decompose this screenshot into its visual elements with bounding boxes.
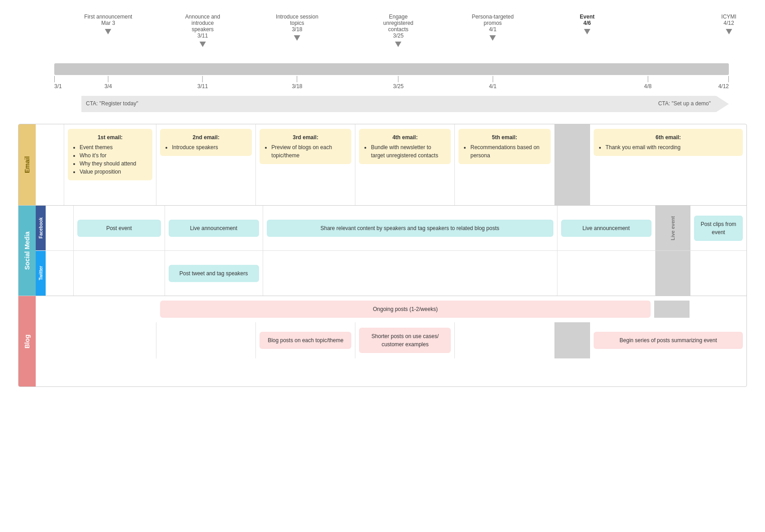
facebook-text: Facebook xyxy=(38,217,43,239)
email-card-2-bullets: Introduce speakers xyxy=(172,143,246,151)
date-4-12: 4/12 xyxy=(718,76,729,89)
tw-live-col xyxy=(656,251,691,296)
date-start: 3/1 xyxy=(54,76,62,89)
blog-live-col xyxy=(654,301,690,318)
social-content-grid: Post event Live announcement Share relev… xyxy=(46,206,746,296)
cta-end-text: CTA: "Set up a demo" xyxy=(658,100,711,107)
timeline-section: First announcementMar 3 Announce andintr… xyxy=(18,9,747,115)
email-card-2-bullet-1: Introduce speakers xyxy=(172,143,246,151)
blog-card-2: Shorter posts on use cases/ customer exa… xyxy=(359,328,451,353)
email-card-1-bullet-4: Value proposition xyxy=(80,168,147,176)
fb-col-1: Post event xyxy=(74,206,165,250)
date-3-4: 3/4 xyxy=(104,76,112,89)
timeline-dates: 3/1 3/4 3/11 3/18 3/25 4/1 4/8 4/12 xyxy=(54,76,729,89)
blog-spacer-7 xyxy=(689,301,746,318)
email-col-7: 6th email: Thank you email with recordin… xyxy=(590,124,746,205)
email-col-4: 4th email: Bundle with newsletter to tar… xyxy=(355,124,455,205)
fb-share-content-card: Share relevant content by speakers and t… xyxy=(267,220,553,237)
twitter-row: Post tweet and tag speakers xyxy=(46,251,746,296)
milestone-4-arrow xyxy=(395,42,401,47)
email-card-2: 2nd email: Introduce speakers xyxy=(160,129,252,156)
date-3-18: 3/18 xyxy=(292,76,302,89)
milestone-3: Introduce sessiontopics3/18 xyxy=(276,14,318,41)
fb-col-5b: Live announcement xyxy=(557,206,656,250)
milestone-7: ICYMI4/12 xyxy=(721,14,736,34)
fb-col-7: Post clips from event xyxy=(690,206,746,250)
email-col-5: 5th email: Recommendations based on pers… xyxy=(455,124,554,205)
email-card-1: 1st email: Event themes Who it's for Why… xyxy=(68,129,152,180)
milestone-3-arrow xyxy=(294,35,300,41)
blog-col-4: Shorter posts on use cases/ customer exa… xyxy=(355,322,455,358)
cta-arrow-shape xyxy=(81,96,729,112)
milestone-1: First announcementMar 3 xyxy=(84,14,132,34)
milestone-4: Engageunregisteredcontacts3/25 xyxy=(383,14,414,47)
email-col-0 xyxy=(36,124,64,205)
cta-start-text: CTA: "Register today" xyxy=(86,100,138,107)
main-grid: Email 1st email: Event themes Who it's f… xyxy=(18,124,747,387)
date-4-1: 4/1 xyxy=(489,76,496,89)
blog-col-3: Blog posts on each topic/theme xyxy=(256,322,355,358)
blog-live-col2 xyxy=(555,322,590,358)
fb-col-2: Live announcement xyxy=(165,206,263,250)
email-card-5-bullet-1: Recommendations based on persona xyxy=(470,143,545,160)
email-col-1: 1st email: Event themes Who it's for Why… xyxy=(64,124,156,205)
fb-live-announcement-card: Live announcement xyxy=(169,220,259,237)
blog-spacer-1 xyxy=(64,301,156,318)
blog-col-5 xyxy=(455,322,554,358)
milestone-2-arrow xyxy=(199,42,206,47)
fb-live-ann-2-card: Live announcement xyxy=(561,220,652,237)
milestone-6-arrow xyxy=(584,29,590,34)
milestone-2-label: Announce andintroducespeakers3/11 xyxy=(185,14,220,39)
fb-live-col: Live event xyxy=(656,206,691,250)
blog-ongoing-row: Ongoing posts (1-2/weeks) xyxy=(36,301,746,318)
email-row-content: 1st email: Event themes Who it's for Why… xyxy=(36,124,746,205)
email-card-4-bullet-1: Bundle with newsletter to target unregis… xyxy=(371,143,445,160)
milestone-7-arrow xyxy=(726,29,732,34)
fb-col-0 xyxy=(46,206,74,250)
email-col-3: 3rd email: Preview of blogs on each topi… xyxy=(256,124,355,205)
email-card-5-title: 5th email: xyxy=(464,133,545,141)
tw-col-0 xyxy=(46,251,74,296)
email-card-1-bullets: Event themes Who it's for Why they shoul… xyxy=(80,143,147,176)
timeline-labels-top: First announcementMar 3 Announce andintr… xyxy=(54,14,729,63)
email-live-col xyxy=(555,124,590,205)
email-card-2-title: 2nd email: xyxy=(165,133,246,141)
blog-card-1: Blog posts on each topic/theme xyxy=(260,332,351,349)
tw-post-tweet-card: Post tweet and tag speakers xyxy=(169,265,259,282)
social-row-content: Facebook Twitter Post event xyxy=(36,206,746,296)
blog-col-2 xyxy=(156,322,256,358)
cta-arrow-section: CTA: "Register today" CTA: "Set up a dem… xyxy=(54,96,729,115)
milestone-1-arrow xyxy=(105,29,111,34)
tw-col-3-5 xyxy=(263,251,557,296)
blog-cards-row: Blog posts on each topic/theme Shorter p… xyxy=(36,322,746,358)
email-card-5: 5th email: Recommendations based on pers… xyxy=(458,129,550,164)
social-row: Social Media Facebook Twitter xyxy=(19,206,746,296)
email-card-5-bullets: Recommendations based on persona xyxy=(470,143,545,160)
milestone-6-label: Event4/6 xyxy=(580,14,595,26)
timeline-bar xyxy=(54,63,729,75)
fb-post-clips-card: Post clips from event xyxy=(694,216,743,241)
email-card-4-bullets: Bundle with newsletter to target unregis… xyxy=(371,143,445,160)
date-4-8: 4/8 xyxy=(644,76,652,89)
email-card-1-bullet-2: Who it's for xyxy=(80,151,147,160)
twitter-label: Twitter xyxy=(36,251,46,296)
blog-col-7: Begin series of posts summarizing event xyxy=(590,322,746,358)
social-inner: Facebook Twitter Post event xyxy=(36,206,746,296)
email-card-1-bullet-1: Event themes xyxy=(80,143,147,151)
fb-col-3-5: Share relevant content by speakers and t… xyxy=(263,206,557,250)
tw-col-1 xyxy=(74,251,165,296)
email-card-3-title: 3rd email: xyxy=(265,133,346,141)
tw-col-7 xyxy=(690,251,746,296)
email-card-6: 6th email: Thank you email with recordin… xyxy=(594,129,743,156)
email-card-6-bullets: Thank you email with recording xyxy=(605,143,737,151)
milestone-5-arrow xyxy=(490,35,496,41)
tw-col-2: Post tweet and tag speakers xyxy=(165,251,263,296)
email-card-4: 4th email: Bundle with newsletter to tar… xyxy=(359,129,451,164)
email-card-3: 3rd email: Preview of blogs on each topi… xyxy=(260,129,351,164)
facebook-row: Post event Live announcement Share relev… xyxy=(46,206,746,251)
tw-col-5b xyxy=(557,251,656,296)
milestone-4-label: Engageunregisteredcontacts3/25 xyxy=(383,14,414,39)
milestone-6: Event4/6 xyxy=(580,14,595,34)
email-card-6-bullet-1: Thank you email with recording xyxy=(605,143,737,151)
email-card-3-bullet-1: Preview of blogs on each topic/theme xyxy=(271,143,346,160)
